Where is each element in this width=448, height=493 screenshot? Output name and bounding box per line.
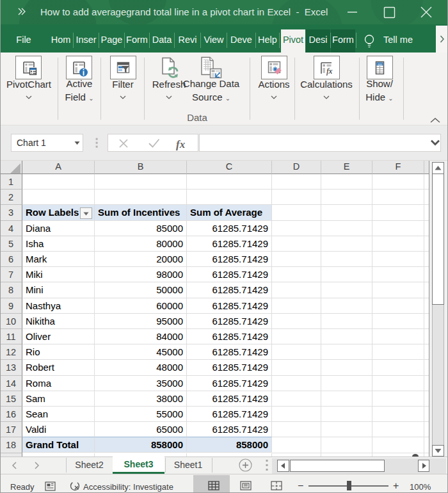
svg-text:fx: fx [176, 138, 186, 150]
svg-text:fx: fx [326, 66, 333, 76]
